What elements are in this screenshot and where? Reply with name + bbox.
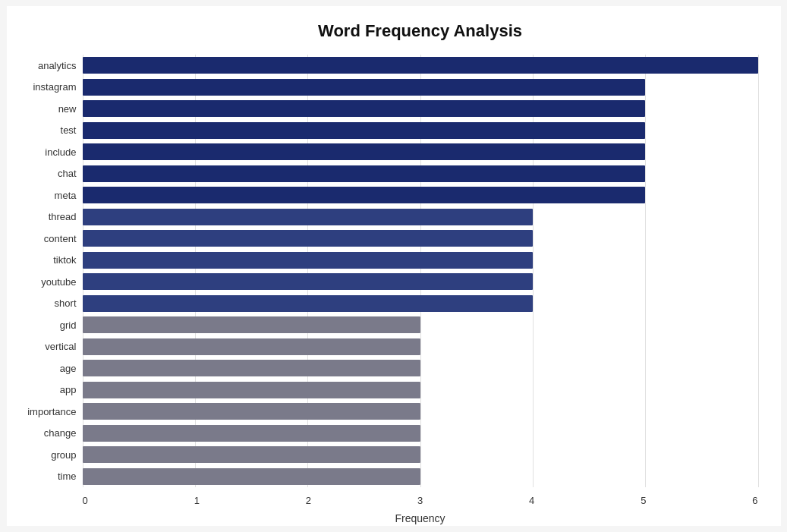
- bar-track: [83, 100, 758, 117]
- x-tick-label: 4: [529, 495, 534, 506]
- bar-row: time: [83, 466, 758, 488]
- bar-row: analytics: [83, 55, 758, 77]
- bar-label: include: [14, 146, 83, 158]
- bar-row: test: [83, 120, 758, 142]
- bar-label: analytics: [14, 60, 83, 71]
- chart-container: Word Frequency Analysis analyticsinstagr…: [7, 6, 781, 526]
- bar-track: [83, 425, 758, 442]
- bar-track: [83, 403, 758, 420]
- bar-label: test: [14, 124, 83, 136]
- bar-label: grid: [14, 320, 83, 331]
- bar-fill: [83, 252, 533, 269]
- bar-track: [83, 468, 758, 485]
- bar-row: tiktok: [83, 250, 758, 272]
- bar-row: change: [83, 423, 758, 445]
- bar-label: chat: [14, 168, 83, 179]
- bars-wrapper: analyticsinstagramnewtestincludechatmeta…: [83, 55, 758, 487]
- bar-label: tiktok: [14, 254, 83, 266]
- bar-track: [83, 252, 758, 269]
- bar-fill: [83, 165, 646, 182]
- x-tick-label: 3: [417, 495, 423, 506]
- bar-track: [83, 57, 758, 74]
- bar-row: new: [83, 98, 758, 120]
- x-tick-label: 6: [752, 495, 757, 506]
- bar-row: chat: [83, 163, 758, 185]
- bar-label: youtube: [14, 276, 83, 288]
- bar-row: thread: [83, 206, 758, 228]
- bar-track: [83, 360, 758, 376]
- bar-label: change: [14, 427, 83, 439]
- bar-label: meta: [14, 190, 83, 201]
- bar-track: [83, 122, 758, 139]
- bar-fill: [83, 187, 646, 203]
- bar-row: group: [83, 444, 758, 466]
- bar-label: vertical: [14, 341, 83, 352]
- bar-fill: [83, 338, 420, 355]
- bar-fill: [83, 468, 420, 485]
- bar-label: new: [14, 103, 83, 115]
- bar-track: [83, 230, 758, 247]
- bar-track: [83, 143, 758, 160]
- chart-area: analyticsinstagramnewtestincludechatmeta…: [83, 55, 758, 487]
- bar-row: include: [83, 141, 758, 163]
- bar-fill: [83, 209, 533, 225]
- grid-line: [758, 55, 759, 487]
- x-tick-label: 2: [306, 495, 311, 506]
- bar-label: instagram: [14, 81, 83, 93]
- x-tick-label: 1: [194, 495, 200, 506]
- bar-row: app: [83, 379, 758, 401]
- bar-fill: [83, 403, 420, 420]
- bar-track: [83, 165, 758, 182]
- bar-fill: [83, 230, 533, 247]
- x-axis-labels: 0123456: [83, 492, 758, 506]
- bar-label: thread: [14, 211, 83, 222]
- bar-row: instagram: [83, 77, 758, 99]
- x-tick-label: 0: [83, 495, 88, 506]
- bar-track: [83, 79, 758, 96]
- bar-fill: [83, 57, 758, 74]
- bar-track: [83, 446, 758, 463]
- bar-fill: [83, 316, 420, 333]
- bar-row: youtube: [83, 271, 758, 293]
- bar-track: [83, 338, 758, 355]
- bar-label: app: [14, 384, 83, 395]
- bar-track: [83, 273, 758, 290]
- bar-row: content: [83, 228, 758, 250]
- bar-fill: [83, 100, 646, 117]
- bar-fill: [83, 360, 420, 376]
- bar-row: meta: [83, 184, 758, 206]
- bar-fill: [83, 122, 646, 139]
- bar-track: [83, 295, 758, 312]
- bar-label: group: [14, 449, 83, 461]
- bar-row: grid: [83, 314, 758, 336]
- x-axis-title: Frequency: [83, 512, 758, 524]
- bar-row: importance: [83, 401, 758, 423]
- bar-row: vertical: [83, 336, 758, 358]
- bar-fill: [83, 446, 420, 463]
- bar-fill: [83, 79, 646, 96]
- chart-title: Word Frequency Analysis: [83, 21, 758, 41]
- bar-label: importance: [14, 406, 83, 417]
- bar-row: short: [83, 293, 758, 315]
- bar-fill: [83, 143, 646, 160]
- bar-label: time: [14, 471, 83, 482]
- bar-track: [83, 209, 758, 225]
- bar-row: age: [83, 357, 758, 379]
- bar-label: age: [14, 363, 83, 374]
- bar-fill: [83, 273, 533, 290]
- bar-track: [83, 316, 758, 333]
- bar-label: short: [14, 297, 83, 309]
- bar-track: [83, 382, 758, 398]
- bar-fill: [83, 382, 420, 398]
- bar-label: content: [14, 233, 83, 244]
- bar-fill: [83, 295, 533, 312]
- bar-fill: [83, 425, 420, 442]
- x-tick-label: 5: [641, 495, 646, 506]
- bar-track: [83, 187, 758, 203]
